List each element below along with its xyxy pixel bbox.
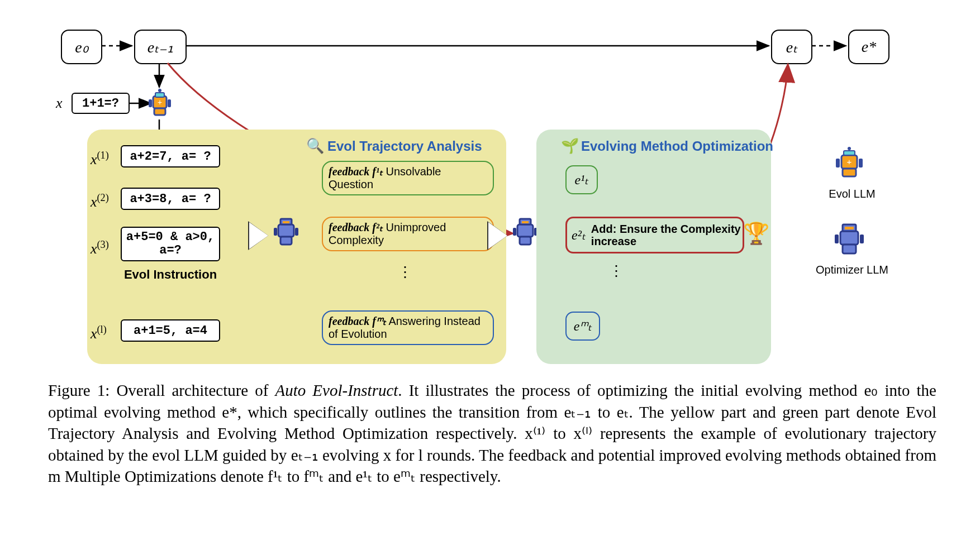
label-x1: x(1) <box>91 150 109 168</box>
feedback-m: feedback fᵐₜ Answering Instead of Evolut… <box>322 310 494 345</box>
label-xl: x(l) <box>91 324 107 342</box>
svg-rect-20 <box>274 228 277 236</box>
arrow-to-analysis <box>248 221 268 250</box>
svg-rect-24 <box>522 221 529 223</box>
ebox-em: eᵐₜ <box>565 312 600 341</box>
ebox-e2: e²ₜ Add: Ensure the Complexity increase <box>565 217 744 253</box>
box-x2: a+3=8, a= ? <box>121 188 220 210</box>
svg-point-11 <box>158 89 161 92</box>
svg-rect-37 <box>845 227 854 229</box>
legend-optimizer-robot-icon <box>831 221 867 260</box>
node-et: eₜ <box>771 30 812 64</box>
svg-rect-16 <box>278 224 294 237</box>
ellipsis-feedback: ⋮ <box>398 264 412 281</box>
legend-evol-label: Evol LLM <box>821 188 883 200</box>
svg-text:+: + <box>158 98 162 107</box>
svg-rect-13 <box>149 99 152 107</box>
feedback-2: feedback f²ₜ Unimproved Complexity <box>322 217 494 251</box>
optimizer-robot-icon-1 <box>270 216 302 250</box>
box-xl: a+1=5, a=4 <box>121 319 220 342</box>
node-e0: e₀ <box>61 30 102 64</box>
trophy-icon: 🏆 <box>743 221 769 246</box>
svg-rect-12 <box>154 108 165 115</box>
ebox-e2-text: Add: Ensure the Complexity increase <box>591 223 743 247</box>
node-etm1: eₜ₋₁ <box>134 30 187 64</box>
evol-robot-icon: + <box>144 88 175 122</box>
box-x1: a+2=7, a= ? <box>121 145 220 168</box>
ellipsis-methods: ⋮ <box>609 262 624 280</box>
title-method-optimization: Evolving Method Optimization <box>581 138 773 154</box>
svg-rect-38 <box>843 245 856 253</box>
svg-text:+: + <box>847 157 852 166</box>
node-estar: e* <box>848 30 889 64</box>
svg-rect-40 <box>860 235 864 243</box>
label-evol-instruction: Evol Instruction <box>121 268 220 281</box>
box-x3: a+5=0 & a>0, a=? <box>121 227 220 261</box>
magnifier-bug-icon: 🔍 <box>306 137 324 155</box>
svg-rect-32 <box>836 159 840 168</box>
title-trajectory-analysis: Evol Trajectory Analysis <box>327 138 482 154</box>
svg-rect-19 <box>280 237 292 245</box>
label-x: x <box>56 95 63 112</box>
svg-rect-29 <box>844 151 855 155</box>
legend-optimizer-label: Optimizer LLM <box>811 264 893 276</box>
label-x2: x(2) <box>91 192 109 210</box>
svg-rect-18 <box>283 221 289 223</box>
label-x3: x(3) <box>91 239 109 257</box>
legend-evol-robot-icon: + <box>831 146 867 184</box>
svg-rect-31 <box>843 169 856 176</box>
arrow-to-optimization <box>487 221 507 250</box>
box-x-input: 1+1=? <box>72 93 130 114</box>
svg-rect-14 <box>168 99 171 107</box>
svg-rect-33 <box>859 159 863 168</box>
feedback-1: feedback f¹ₜ Unsolvable Question <box>322 161 494 195</box>
svg-rect-22 <box>517 224 533 237</box>
figure-caption: Figure 1: Overall architecture of Auto E… <box>48 380 936 487</box>
ebox-e2-label: e²ₜ <box>572 227 586 243</box>
sprout-icon: 🌱 <box>561 137 579 155</box>
svg-rect-26 <box>513 228 516 236</box>
svg-rect-39 <box>835 235 839 243</box>
svg-point-30 <box>848 147 851 150</box>
svg-rect-10 <box>155 93 164 97</box>
ebox-e1: e¹ₜ <box>565 165 598 194</box>
svg-rect-21 <box>295 228 298 236</box>
svg-rect-25 <box>520 237 531 245</box>
svg-rect-35 <box>840 231 858 245</box>
